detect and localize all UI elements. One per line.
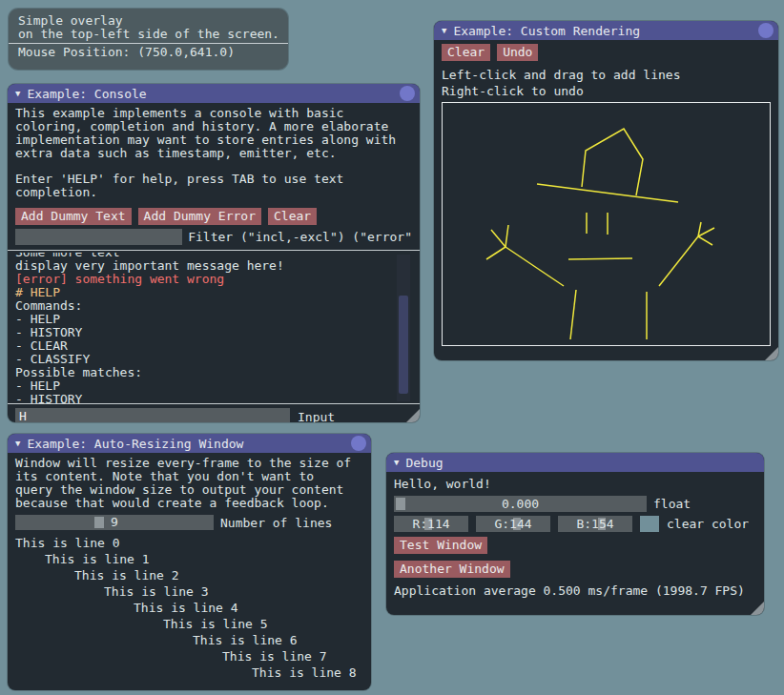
log-line: - HELP [15,379,402,393]
auto-resizing-titlebar[interactable]: ▼ Example: Auto-Resizing Window [8,434,371,453]
mouse-position-readout: Mouse Position: (750.0,641.0) [18,46,279,59]
debug-window: ▼ Debug Hello, world! 0.000 float R:114 … [386,453,764,615]
collapse-icon[interactable]: ▼ [15,84,20,103]
clear-color-swatch[interactable] [640,516,659,532]
color-slider-r[interactable]: R:114 [394,516,468,532]
debug-titlebar[interactable]: ▼ Debug [386,453,764,472]
close-icon[interactable] [351,436,366,451]
collapse-icon[interactable]: ▼ [15,434,20,453]
overlay-divider [9,43,288,44]
debug-window-button[interactable]: Another Window [394,561,510,578]
log-line: - CLASSIFY [15,353,402,366]
demo-line: This is line 7 [15,648,363,664]
log-line: - HISTORY [15,326,402,339]
demo-line: This is line 4 [15,600,363,616]
log-scrollbar[interactable] [397,255,410,401]
console-window-title: Example: Console [27,87,146,101]
console-divider-top [8,250,420,251]
debug-window-title: Debug [405,456,443,470]
overlay-window: Simple overlay on the top-left side of t… [9,9,288,70]
demo-line: This is line 1 [15,551,363,567]
overlay-text-line1: Simple overlay [18,14,279,28]
filter-input[interactable] [15,229,182,245]
color-value-g: G:144 [494,516,531,532]
log-line: - CLEAR [15,339,402,353]
filter-label: Filter ("incl,-excl") ("error" [188,230,412,244]
color-value-r: R:114 [412,516,449,532]
demo-line: This is line 6 [15,632,363,648]
demo-line: This is line 8 [15,664,363,681]
collapse-icon[interactable]: ▼ [442,21,446,40]
color-slider-b[interactable]: B:154 [558,516,632,532]
canvas-action-button[interactable]: Clear [442,44,490,61]
custom-rendering-titlebar[interactable]: ▼ Example: Custom Rendering [434,21,778,40]
console-log-area[interactable]: Some more textdisplay very important mes… [8,253,420,403]
console-action-button[interactable]: Clear [268,208,317,225]
auto-resizing-window-title: Example: Auto-Resizing Window [27,437,243,451]
custom-rendering-window: ▼ Example: Custom Rendering ClearUndo Le… [434,21,778,360]
clear-color-label: clear color [667,517,749,531]
log-scrollbar-thumb[interactable] [399,296,408,394]
log-line: - HISTORY [15,393,402,403]
console-action-button[interactable]: Add Dummy Error [138,208,261,225]
command-input[interactable]: H [15,408,290,422]
console-divider-bottom [8,403,420,404]
demo-line: This is line 2 [15,567,363,583]
console-help-hint: Enter 'HELP' for help, press TAB to use … [15,173,412,199]
number-of-lines-label: Number of lines [220,516,332,530]
number-of-lines-value: 9 [111,515,118,530]
console-intro-text: This example implements a console with b… [15,107,412,160]
console-action-button[interactable]: Add Dummy Text [15,208,132,225]
console-window: ▼ Example: Console This example implemen… [8,84,420,422]
demo-line: This is line 5 [15,616,363,632]
canvas-hints: Left-click and drag to add lines Right-c… [442,67,771,99]
slider-grab[interactable] [396,498,405,510]
canvas-action-button[interactable]: Undo [497,44,538,61]
float-slider-label: float [653,497,691,511]
slider-grab[interactable] [94,517,104,528]
log-line: Possible matches: [15,366,402,379]
close-icon[interactable] [758,23,774,38]
demo-line: This is line 0 [15,535,363,551]
overlay-text-line2: on the top-left side of the screen. [18,28,279,41]
log-line: # HELP [15,286,402,299]
greeting-text: Hello, world! [394,477,756,491]
log-line: [error] something went wrong [15,273,402,286]
demo-line: This is line 3 [15,583,363,600]
auto-resizing-window: ▼ Example: Auto-Resizing Window Window w… [8,434,371,690]
command-input-label: Input [298,410,335,423]
console-titlebar[interactable]: ▼ Example: Console [8,84,420,103]
drawing-canvas-svg [443,103,770,345]
fps-stats: Application average 0.500 ms/frame (1998… [394,584,756,598]
color-slider-g[interactable]: G:144 [476,516,550,532]
custom-rendering-window-title: Example: Custom Rendering [453,24,640,38]
float-slider[interactable]: 0.000 [394,496,647,512]
collapse-icon[interactable]: ▼ [394,453,399,472]
drawing-canvas[interactable] [442,102,771,346]
debug-window-button[interactable]: Test Window [394,537,487,554]
log-line: display very important message here! [15,259,402,273]
number-of-lines-slider[interactable]: 9 [15,515,214,530]
log-line: - HELP [15,313,402,326]
close-icon[interactable] [400,86,415,101]
color-value-b: B:154 [576,516,613,532]
log-line: Commands: [15,299,402,313]
float-slider-value: 0.000 [502,497,539,512]
auto-resize-description: Window will resize every-frame to the si… [15,457,363,510]
